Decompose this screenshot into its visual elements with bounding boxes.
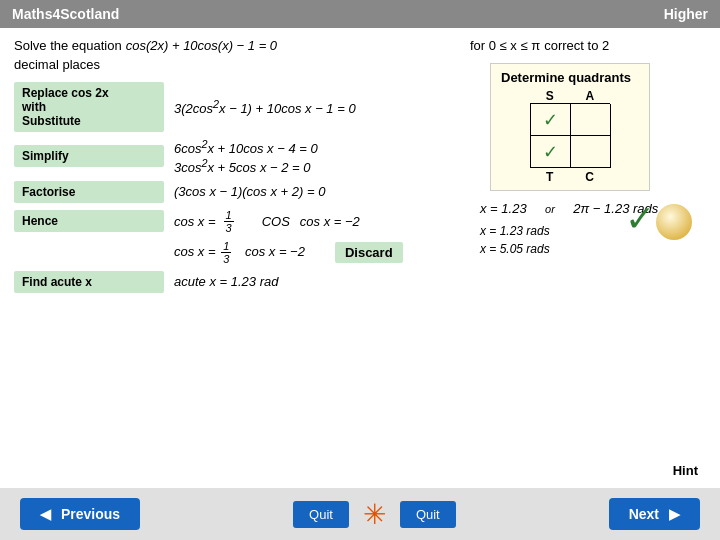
header: Maths4Scotland Higher bbox=[0, 0, 720, 28]
step-replace: Replace cos 2x with Substitute 3(2cos2x … bbox=[14, 82, 446, 132]
next-button[interactable]: Next bbox=[609, 498, 700, 530]
problem-statement: Solve the equation cos(2x) + 10cos(x) − … bbox=[14, 38, 446, 53]
step-row-factorise: Factorise (3cos x − 1)(cos x + 2) = 0 bbox=[14, 181, 446, 203]
fraction-1-3: 1 3 bbox=[224, 209, 234, 234]
step-eq-substitute: 3(2cos2x − 1) + 10cos x − 1 = 0 bbox=[174, 98, 356, 116]
quadrant-cell-t-bottom: ✓ bbox=[531, 136, 571, 168]
decimal-places-line: decimal places bbox=[14, 57, 446, 72]
quadrant-box: Determine quadrants S A ✓ ✓ T C bbox=[490, 63, 650, 191]
step-factorise: Factorise (3cos x − 1)(cos x + 2) = 0 bbox=[14, 181, 446, 203]
step-simplify: Simplify 6cos2x + 10cos x − 4 = 0 3cos2x… bbox=[14, 138, 446, 175]
check-s-top: ✓ bbox=[543, 109, 558, 131]
discard-label: Discard bbox=[335, 242, 403, 263]
step-eq-hence: cos x = 1 3 COS cos x = −2 bbox=[174, 209, 360, 234]
check-t-bottom: ✓ bbox=[543, 141, 558, 163]
step-label-hence: Hence bbox=[14, 210, 164, 232]
quadrant-cell-c-bottom bbox=[571, 136, 611, 168]
x-solution-3: x = 5.05 rads bbox=[480, 242, 710, 256]
main-content: Solve the equation cos(2x) + 10cos(x) − … bbox=[0, 28, 720, 540]
hint-label: Hint bbox=[673, 463, 698, 478]
right-panel: for 0 ≤ x ≤ π correct to 2 Determine qua… bbox=[460, 28, 720, 540]
quadrant-header-row: S A bbox=[530, 89, 610, 103]
quit-area: Quit ✳ Quit bbox=[293, 498, 456, 531]
app-level: Higher bbox=[664, 6, 708, 22]
step-hence: Hence cos x = 1 3 COS cos x = −2 bbox=[14, 209, 446, 234]
equation-display: cos(2x) + 10cos(x) − 1 = 0 bbox=[126, 38, 277, 53]
discard-row: cos x = 1 3 cos x = −2 Discard bbox=[14, 240, 446, 265]
app-title: Maths4Scotland bbox=[12, 6, 119, 22]
step-label-find-acute: Find acute x bbox=[14, 271, 164, 293]
result-area: ✓ bbox=[470, 260, 710, 320]
condition-line: for 0 ≤ x ≤ π correct to 2 bbox=[470, 38, 710, 53]
decimal-places-text: decimal places bbox=[14, 57, 100, 72]
step-row-replace: Replace cos 2x with Substitute 3(2cos2x … bbox=[14, 82, 446, 132]
quadrant-footer-t: T bbox=[546, 170, 553, 184]
quadrant-cell-a-top bbox=[571, 104, 611, 136]
step-label-simplify: Simplify bbox=[14, 145, 164, 167]
step-eq-simplify: 6cos2x + 10cos x − 4 = 0 3cos2x + 5cos x… bbox=[174, 138, 318, 175]
solve-prefix: Solve the equation bbox=[14, 38, 122, 53]
sun-icon: ✳ bbox=[363, 498, 386, 531]
correct-to-text: correct to 2 bbox=[544, 38, 609, 53]
quadrant-header-a: A bbox=[586, 89, 595, 103]
step-eq-find-acute: acute x = 1.23 rad bbox=[174, 274, 278, 289]
step-row-find-acute: Find acute x acute x = 1.23 rad bbox=[14, 271, 446, 293]
quadrant-footer-c: C bbox=[585, 170, 594, 184]
quadrant-grid: ✓ ✓ bbox=[530, 103, 610, 168]
fraction-discard: 1 3 bbox=[221, 240, 231, 265]
step-eq-factorise: (3cos x − 1)(cos x + 2) = 0 bbox=[174, 184, 325, 199]
step-label-factorise: Factorise bbox=[14, 181, 164, 203]
left-panel: Solve the equation cos(2x) + 10cos(x) − … bbox=[0, 28, 460, 540]
step-label-replace: Replace cos 2x with Substitute bbox=[14, 82, 164, 132]
previous-button[interactable]: Previous bbox=[20, 498, 140, 530]
quadrant-header-s: S bbox=[546, 89, 554, 103]
step-row-hence: Hence cos x = 1 3 COS cos x = −2 bbox=[14, 209, 446, 234]
footer: Previous Quit ✳ Quit Next bbox=[0, 488, 720, 540]
quadrant-cell-s-top: ✓ bbox=[531, 104, 571, 136]
big-checkmark-icon: ✓ bbox=[625, 198, 655, 240]
quit-button-1[interactable]: Quit bbox=[293, 501, 349, 528]
quadrant-title: Determine quadrants bbox=[501, 70, 639, 85]
gold-circle-icon bbox=[656, 204, 692, 240]
quit-button-2[interactable]: Quit bbox=[400, 501, 456, 528]
step-find-acute: Find acute x acute x = 1.23 rad bbox=[14, 271, 446, 293]
quadrant-footer-row: T C bbox=[530, 170, 610, 184]
condition-text: for 0 ≤ x ≤ π bbox=[470, 38, 540, 53]
step-row-simplify: Simplify 6cos2x + 10cos x − 4 = 0 3cos2x… bbox=[14, 138, 446, 175]
